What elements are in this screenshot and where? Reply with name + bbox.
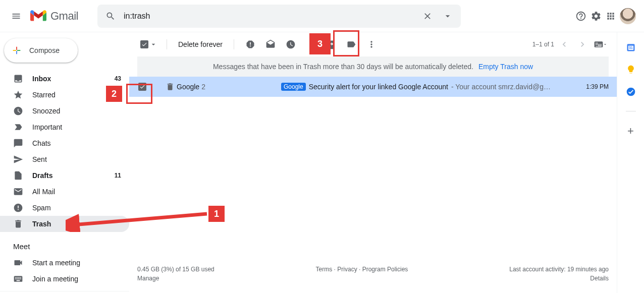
trash-icon bbox=[166, 82, 175, 91]
clear-search-button[interactable] bbox=[417, 6, 438, 26]
privacy-link[interactable]: Privacy bbox=[337, 266, 357, 273]
keep-app-button[interactable] bbox=[626, 65, 636, 75]
clock-icon bbox=[13, 106, 23, 116]
add-addon-button[interactable]: + bbox=[627, 126, 634, 137]
nav-label: Chats bbox=[32, 139, 121, 147]
spam-icon bbox=[13, 203, 23, 213]
more-button[interactable] bbox=[361, 34, 382, 54]
side-panel: 31 + bbox=[617, 32, 644, 293]
important-icon bbox=[13, 122, 23, 132]
product-name: Gmail bbox=[50, 10, 78, 23]
annotation-marker-2: 2 bbox=[106, 86, 122, 102]
help-button[interactable] bbox=[575, 11, 586, 22]
meet-item-join-a-meeting[interactable]: Join a meeting bbox=[0, 271, 129, 287]
message-subject: Security alert for your linked Google Ac… bbox=[309, 83, 448, 91]
mail-icon bbox=[13, 187, 23, 197]
compose-label: Compose bbox=[29, 46, 60, 54]
sidebar-item-all-mail[interactable]: All Mail bbox=[0, 184, 129, 200]
meet-item-start-a-meeting[interactable]: Start a meeting bbox=[0, 255, 129, 271]
nav-label: Spam bbox=[32, 204, 121, 212]
mark-read-button[interactable] bbox=[260, 34, 281, 54]
search-input[interactable] bbox=[121, 12, 417, 21]
select-all-checkbox[interactable] bbox=[137, 37, 160, 51]
more-vert-icon bbox=[366, 39, 377, 49]
dropdown-icon bbox=[443, 11, 453, 21]
sidebar-item-sent[interactable]: Sent bbox=[0, 151, 129, 167]
video-icon bbox=[13, 258, 23, 268]
message-count: 2 bbox=[201, 83, 205, 91]
delete-forever-button[interactable]: Delete forever bbox=[173, 40, 228, 48]
input-tools-button[interactable] bbox=[593, 34, 609, 54]
apps-button[interactable] bbox=[606, 11, 616, 21]
nav-label: Inbox bbox=[32, 75, 115, 83]
keyboard-icon bbox=[13, 274, 23, 284]
main-area: Delete forever 1–1 of 1 Messages that ha… bbox=[129, 32, 617, 293]
nav-label: Trash bbox=[32, 220, 121, 228]
prev-page-button[interactable] bbox=[556, 34, 572, 54]
sidebar-item-inbox[interactable]: Inbox43 bbox=[0, 71, 129, 87]
sent-icon bbox=[13, 154, 23, 164]
search-bar bbox=[97, 5, 461, 28]
nav-label: Snoozed bbox=[32, 107, 121, 115]
manage-storage-link[interactable]: Manage bbox=[137, 275, 214, 282]
keep-icon bbox=[626, 65, 636, 75]
check-icon bbox=[141, 41, 147, 47]
annotation-box-3 bbox=[333, 30, 359, 56]
logo-area[interactable]: Gmail bbox=[28, 10, 93, 23]
tasks-icon bbox=[626, 87, 636, 97]
nav-label: Sent bbox=[32, 155, 121, 163]
report-spam-button[interactable] bbox=[240, 34, 260, 54]
tasks-app-button[interactable] bbox=[626, 87, 636, 97]
settings-button[interactable] bbox=[591, 11, 602, 22]
message-time: 1:39 PM bbox=[586, 83, 617, 90]
svg-text:31: 31 bbox=[629, 46, 633, 49]
hamburger-menu-button[interactable] bbox=[4, 4, 28, 28]
terms-link[interactable]: Terms bbox=[316, 266, 333, 273]
sidebar-item-drafts[interactable]: Drafts11 bbox=[0, 167, 129, 184]
nav-label: Start a meeting bbox=[32, 259, 121, 267]
snooze-button[interactable] bbox=[281, 34, 301, 54]
clock-icon bbox=[286, 39, 296, 49]
footer-right: Last account activity: 19 minutes ago De… bbox=[509, 266, 609, 282]
search-button[interactable] bbox=[100, 6, 121, 26]
annotation-box-2 bbox=[126, 84, 152, 104]
calendar-app-button[interactable]: 31 bbox=[626, 42, 636, 52]
message-sender: Google bbox=[177, 83, 199, 91]
next-page-button[interactable] bbox=[574, 34, 591, 54]
details-link[interactable]: Details bbox=[509, 275, 609, 282]
app-header: Gmail bbox=[0, 0, 644, 32]
side-panel-divider bbox=[626, 111, 636, 111]
footer-left: 0.45 GB (3%) of 15 GB used Manage bbox=[137, 266, 214, 282]
chevron-left-icon bbox=[559, 39, 569, 49]
calendar-icon: 31 bbox=[626, 42, 636, 52]
meet-list: Start a meetingJoin a meeting bbox=[0, 255, 129, 287]
sidebar-item-snoozed[interactable]: Snoozed bbox=[0, 103, 129, 119]
footer-center: Terms · Privacy · Program Policies bbox=[214, 266, 509, 282]
account-avatar[interactable] bbox=[620, 8, 636, 24]
sidebar-item-spam[interactable]: Spam bbox=[0, 200, 129, 216]
sidebar-item-important[interactable]: Important bbox=[0, 119, 129, 135]
svg-point-3 bbox=[626, 88, 635, 96]
message-row[interactable]: Google 2 Google Security alert for your … bbox=[129, 77, 617, 97]
compose-button[interactable]: Compose bbox=[4, 38, 78, 63]
sidebar-item-trash[interactable]: Trash bbox=[0, 216, 129, 232]
nav-count: 43 bbox=[115, 75, 121, 82]
gmail-logo-icon bbox=[30, 10, 46, 22]
banner-text: Messages that have been in Trash more th… bbox=[213, 63, 473, 71]
policies-link[interactable]: Program Policies bbox=[362, 266, 408, 273]
empty-trash-link[interactable]: Empty Trash now bbox=[478, 63, 533, 71]
annotation-marker-1: 1 bbox=[208, 206, 225, 222]
toolbar-separator bbox=[167, 39, 167, 49]
message-subject-area: Google Security alert for your linked Go… bbox=[205, 83, 586, 91]
close-icon bbox=[422, 11, 433, 21]
toolbar-separator bbox=[234, 39, 234, 49]
meet-heading: Meet bbox=[0, 242, 129, 251]
chat-icon bbox=[13, 138, 23, 148]
hamburger-icon bbox=[11, 11, 21, 21]
sidebar-item-chats[interactable]: Chats bbox=[0, 135, 129, 151]
toolbar: Delete forever 1–1 of 1 bbox=[129, 32, 617, 56]
help-icon bbox=[575, 11, 586, 22]
search-icon bbox=[105, 11, 116, 21]
search-options-button[interactable] bbox=[438, 6, 458, 26]
nav-label: All Mail bbox=[32, 188, 121, 196]
